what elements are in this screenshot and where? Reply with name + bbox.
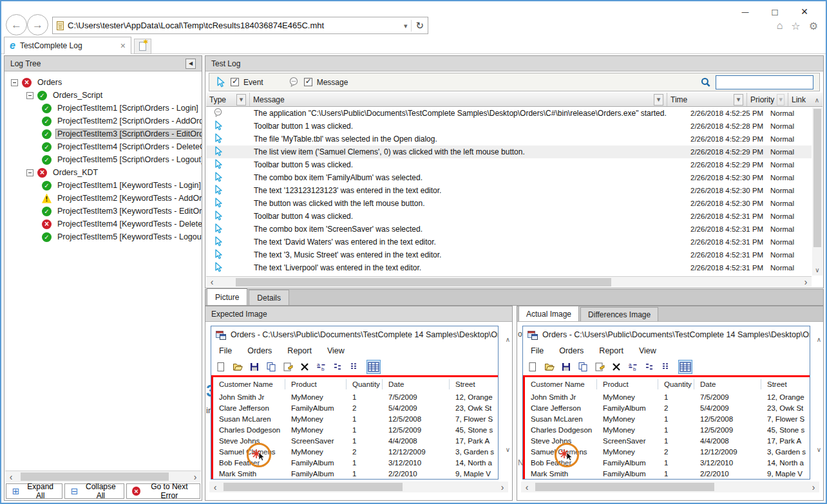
log-row-message: The text 'Liverpool' was entered in the … (250, 263, 690, 272)
favorites-star-icon[interactable]: ☆ (791, 20, 800, 32)
test-log-vertical-scrollbar[interactable] (812, 107, 822, 275)
tab-picture[interactable]: Picture (207, 288, 247, 305)
scroll-up-icon[interactable] (506, 335, 510, 344)
tree-item[interactable]: Orders_Script (5, 89, 202, 102)
scroll-right-icon[interactable] (497, 482, 508, 492)
log-row[interactable]: Toolbar button 5 was clicked. 2/26/2018 … (206, 158, 812, 171)
scroll-down-icon[interactable] (506, 445, 510, 454)
search-input[interactable] (716, 75, 813, 89)
log-row[interactable]: Toolbar button 4 was clicked. 2/26/2018 … (206, 210, 812, 223)
log-row[interactable]: The text 'Liverpool' was entered in the … (206, 261, 812, 274)
url-text[interactable]: C:\Users\tester\AppData\Local\Temp\tcRes… (68, 21, 400, 30)
tab-actual-image[interactable]: Actual Image (518, 306, 579, 321)
message-filter-dropdown-icon[interactable] (654, 94, 663, 106)
log-row[interactable]: The combo box item 'ScreenSaver' was sel… (206, 223, 812, 236)
log-row[interactable]: The file 'MyTable.tbl' was selected in t… (206, 133, 812, 145)
log-row[interactable]: The text '3, Music Street' was entered i… (206, 248, 812, 261)
tab-details[interactable]: Details (249, 290, 289, 305)
time-filter-dropdown-icon[interactable] (734, 94, 743, 106)
tree-expander-icon[interactable] (26, 169, 33, 176)
event-checkbox[interactable] (231, 78, 239, 86)
scroll-up-icon[interactable] (815, 95, 819, 104)
tree-item[interactable]: ProjectTestItem5 [Script\Orders - Logout… (5, 153, 202, 166)
column-header-priority[interactable]: Priority (747, 93, 788, 106)
log-row[interactable]: The combo box item 'FamilyAlbum' was sel… (206, 171, 812, 184)
log-row-priority: Normal (770, 174, 812, 182)
scroll-down-icon[interactable] (817, 445, 821, 454)
browser-tab-testcomplete-log[interactable]: e TestComplete Log (4, 37, 131, 54)
column-header-type[interactable]: Type (206, 93, 250, 106)
forward-button[interactable]: → (27, 14, 48, 35)
scroll-left-icon[interactable] (206, 277, 218, 287)
tree-item[interactable]: ProjectTestItem5 [KeywordTests - Logout] (5, 230, 202, 243)
scroll-left-icon[interactable] (5, 472, 17, 482)
scrollbar-top-corner[interactable] (812, 93, 822, 106)
tab-differences-image[interactable]: Differences Image (580, 307, 658, 321)
cell-customer-name: Steve Johns (525, 437, 597, 445)
type-header-label: Type (209, 95, 234, 104)
tree-item[interactable]: ProjectTestItem4 [KeywordTests - DeleteO… (5, 218, 202, 230)
test-log-horizontal-scrollbar[interactable] (206, 276, 812, 287)
save-icon (249, 362, 260, 372)
tree-item[interactable]: ProjectTestItem4 [Script\Orders - Delete… (5, 140, 202, 153)
expected-horizontal-scrollbar[interactable] (209, 481, 508, 492)
tree-item[interactable]: Orders (5, 76, 202, 89)
tree-item[interactable]: ProjectTestItem3 [KeywordTests - EditOrd… (5, 205, 202, 218)
actual-horizontal-scrollbar[interactable] (521, 481, 819, 492)
tab-close-icon[interactable] (120, 41, 126, 51)
back-button[interactable]: ← (6, 14, 27, 35)
tree-action-button[interactable]: Collapse All (64, 483, 124, 499)
tree-item[interactable]: ProjectTestItem3 [Script\Orders - EditOr… (5, 127, 202, 140)
scroll-right-icon[interactable] (189, 472, 201, 482)
scroll-thumb[interactable] (21, 472, 169, 481)
address-bar[interactable]: C:\Users\tester\AppData\Local\Temp\tcRes… (52, 17, 428, 34)
log-row[interactable]: The text 'David Waters' was entered in t… (206, 236, 812, 248)
type-filter-dropdown-icon[interactable] (236, 94, 246, 106)
actual-image-viewport[interactable]: ov N Orders - C:\Users\Public\Documents\… (517, 322, 823, 500)
scroll-up-icon[interactable] (817, 335, 821, 344)
collapse-panel-button[interactable] (185, 59, 196, 69)
log-row[interactable]: The text '123123123123' was entered in t… (206, 184, 812, 197)
tree-item[interactable]: ProjectTestItem2 [Script\Orders - AddOrd… (5, 115, 202, 127)
tree-item[interactable]: Orders_KDT (5, 166, 202, 179)
scroll-thumb[interactable] (223, 483, 403, 491)
scroll-right-icon[interactable] (800, 277, 812, 287)
tree-action-button[interactable]: Go to Next Error (126, 483, 200, 499)
scroll-left-icon[interactable] (209, 482, 221, 492)
settings-gear-icon[interactable]: ⚙ (809, 20, 818, 32)
expected-image-viewport[interactable]: 3 in Orders - C:\Users\Public\Documents\… (205, 322, 512, 500)
log-row-message: The text 'David Waters' was entered in t… (250, 238, 690, 247)
column-header-message[interactable]: Message (250, 93, 667, 106)
tree-expander-icon[interactable] (11, 79, 18, 86)
tree-item[interactable]: ProjectTestItem2 [KeywordTests - AddOrde… (5, 192, 202, 205)
tree-item[interactable]: ProjectTestItem1 [KeywordTests - Login] (5, 179, 202, 192)
scroll-thumb[interactable] (813, 109, 821, 247)
log-row[interactable]: The list view item ('Samuel Clemens', 0)… (206, 145, 812, 158)
col-product: Product (597, 379, 658, 389)
log-row[interactable]: Toolbar button 1 was clicked. 2/26/2018 … (206, 120, 812, 133)
address-dropdown-icon[interactable] (404, 21, 408, 30)
scroll-thumb[interactable] (535, 483, 714, 491)
scroll-down-icon[interactable] (815, 265, 819, 274)
column-header-time[interactable]: Time (667, 93, 747, 106)
scroll-thumb[interactable] (236, 278, 611, 286)
column-header-link[interactable]: Link (788, 93, 812, 106)
cell-date: 12/12/2009 (383, 448, 450, 456)
message-checkbox[interactable] (304, 78, 312, 86)
tree-expander-icon[interactable] (26, 92, 33, 99)
home-icon[interactable]: ⌂ (777, 20, 783, 32)
event-icon (213, 236, 223, 247)
tree-horizontal-scrollbar[interactable] (5, 471, 201, 482)
log-row[interactable]: The button was clicked with the left mou… (206, 197, 812, 210)
tree-action-button[interactable]: Expand All (6, 483, 62, 499)
maximize-button[interactable] (760, 4, 790, 19)
minimize-button[interactable] (730, 4, 760, 19)
close-button[interactable] (790, 4, 819, 19)
tree-item[interactable]: ProjectTestItem1 [Script\Orders - Login] (5, 102, 202, 115)
scroll-left-icon[interactable] (521, 482, 533, 492)
scroll-right-icon[interactable] (808, 482, 819, 492)
log-row[interactable]: The application "C:\Users\Public\Documen… (206, 107, 812, 120)
cell-quantity: 1 (347, 459, 383, 467)
new-tab-button[interactable] (134, 39, 151, 54)
refresh-icon[interactable] (415, 20, 424, 32)
